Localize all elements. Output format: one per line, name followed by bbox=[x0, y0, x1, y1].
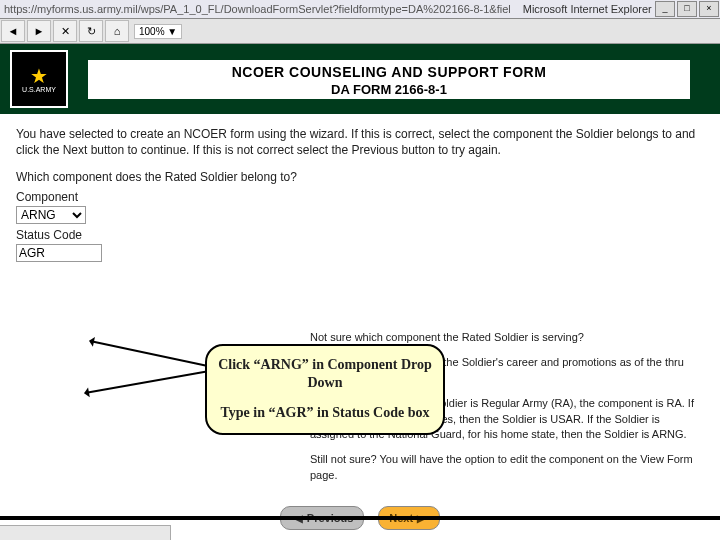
titlebar-url: https://myforms.us.army.mil/wps/PA_1_0_F… bbox=[0, 3, 515, 15]
page-header-band: ★ U.S.ARMY NCOER COUNSELING AND SUPPORT … bbox=[0, 44, 720, 114]
ie-titlebar: https://myforms.us.army.mil/wps/PA_1_0_F… bbox=[0, 0, 720, 19]
refresh-button[interactable]: ↻ bbox=[79, 20, 103, 42]
titlebar-app: Microsoft Internet Explorer bbox=[523, 3, 652, 15]
help-p4: Still not sure? You will have the option… bbox=[310, 452, 700, 483]
window-minimize-button[interactable]: _ bbox=[655, 1, 675, 17]
component-question: Which component does the Rated Soldier b… bbox=[16, 170, 704, 184]
page-subtitle: DA FORM 2166-8-1 bbox=[88, 82, 690, 97]
page-title: NCOER COUNSELING AND SUPPORT FORM bbox=[88, 62, 690, 82]
star-icon: ★ bbox=[30, 66, 48, 86]
stop-button[interactable]: ✕ bbox=[53, 20, 77, 42]
component-select[interactable]: ARNG bbox=[16, 206, 86, 224]
status-code-label: Status Code bbox=[16, 228, 216, 242]
status-code-input[interactable] bbox=[16, 244, 102, 262]
zoom-display[interactable]: 100% ▼ bbox=[134, 24, 182, 39]
us-army-logo: ★ U.S.ARMY bbox=[10, 50, 68, 108]
component-label: Component bbox=[16, 190, 216, 204]
us-army-label: U.S.ARMY bbox=[22, 86, 56, 93]
arrow-to-component bbox=[90, 340, 206, 366]
arrow-to-status bbox=[85, 370, 208, 394]
browser-status-tab bbox=[0, 525, 171, 540]
callout-line1: Click “ARNG” in Component Drop Down bbox=[215, 356, 435, 392]
window-maximize-button[interactable]: □ bbox=[677, 1, 697, 17]
back-button[interactable]: ◄ bbox=[1, 20, 25, 42]
zoom-value: 100% bbox=[139, 26, 165, 37]
footer-bar bbox=[0, 516, 720, 520]
forward-button[interactable]: ► bbox=[27, 20, 51, 42]
chevron-down-icon: ▼ bbox=[167, 26, 177, 37]
intro-text: You have selected to create an NCOER for… bbox=[16, 126, 704, 158]
ie-toolbar: ◄ ► ✕ ↻ ⌂ 100% ▼ bbox=[0, 19, 720, 44]
window-close-button[interactable]: × bbox=[699, 1, 719, 17]
callout-line2: Type in “AGR” in Status Code box bbox=[215, 404, 435, 422]
home-button[interactable]: ⌂ bbox=[105, 20, 129, 42]
form-left-column: Component ARNG Status Code bbox=[16, 190, 216, 266]
instruction-callout: Click “ARNG” in Component Drop Down Type… bbox=[205, 344, 445, 435]
